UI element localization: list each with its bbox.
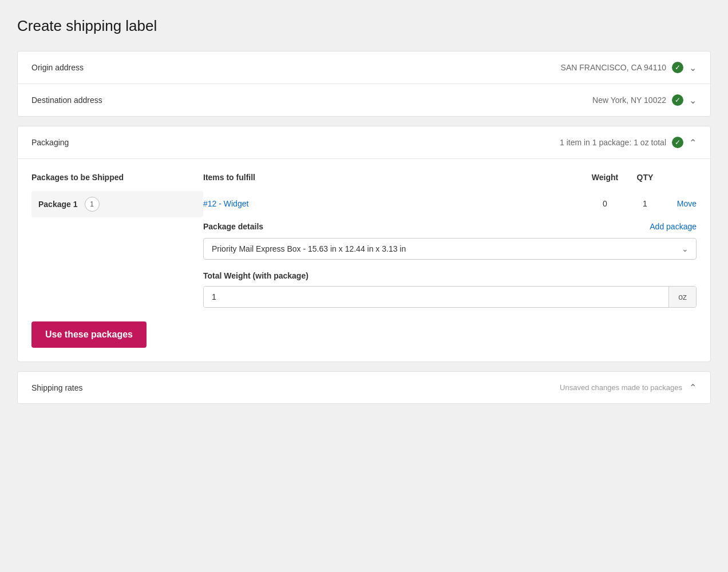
package-row: Package 1 1 [31, 191, 203, 217]
weight-input[interactable] [204, 287, 668, 307]
col-qty-header: QTY [628, 173, 662, 182]
origin-chevron-icon[interactable]: ⌄ [689, 62, 697, 73]
weight-input-wrapper: oz [203, 286, 697, 308]
package-select[interactable]: Priority Mail Express Box - 15.63 in x 1… [203, 238, 697, 260]
rates-right: Unsaved changes made to packages ⌃ [560, 382, 697, 393]
packaging-chevron-icon[interactable]: ⌃ [689, 137, 697, 148]
packaging-label: Packaging [31, 138, 69, 147]
destination-check-icon: ✓ [672, 94, 683, 106]
shipping-rates-card: Shipping rates Unsaved changes made to p… [17, 371, 711, 404]
packaging-header: Packaging 1 item in 1 package: 1 oz tota… [18, 126, 710, 159]
shipping-rates-label: Shipping rates [31, 383, 83, 392]
item-link[interactable]: #12 - Widget [203, 199, 582, 208]
package-select-wrapper: Priority Mail Express Box - 15.63 in x 1… [203, 238, 697, 260]
unsaved-text: Unsaved changes made to packages [560, 383, 682, 392]
packages-left: Packages to be Shipped Package 1 1 [31, 173, 203, 308]
packaging-summary: 1 item in 1 package: 1 oz total [560, 138, 666, 147]
weight-label: Total Weight (with package) [203, 271, 697, 280]
add-package-link[interactable]: Add package [650, 222, 697, 231]
address-card: Origin address SAN FRANCISCO, CA 94110 ✓… [17, 51, 711, 117]
origin-label: Origin address [31, 63, 84, 72]
origin-check-icon: ✓ [672, 62, 683, 73]
page-container: Create shipping label Origin address SAN… [0, 0, 728, 572]
packaging-check-icon: ✓ [672, 137, 683, 148]
weight-unit: oz [668, 287, 696, 307]
packaging-body: Packages to be Shipped Package 1 1 Items… [18, 159, 710, 362]
table-row: #12 - Widget 0 1 Move [203, 199, 697, 208]
destination-section: Destination address New York, NY 10022 ✓… [18, 84, 710, 116]
col-packages-header: Packages to be Shipped [31, 173, 203, 182]
destination-value: New York, NY 10022 [592, 96, 666, 105]
origin-right: SAN FRANCISCO, CA 94110 ✓ ⌄ [561, 62, 697, 73]
col-items-header: Items to fulfill [203, 173, 582, 182]
use-packages-button[interactable]: Use these packages [31, 321, 147, 348]
rates-chevron-icon[interactable]: ⌃ [689, 382, 697, 393]
destination-right: New York, NY 10022 ✓ ⌄ [592, 94, 697, 106]
package-details-section: Package details Add package Priority Mai… [203, 222, 697, 260]
item-qty: 1 [628, 199, 662, 208]
package-details-label: Package details [203, 222, 263, 231]
weight-section: Total Weight (with package) oz [203, 271, 697, 308]
origin-section: Origin address SAN FRANCISCO, CA 94110 ✓… [18, 51, 710, 84]
destination-chevron-icon[interactable]: ⌄ [689, 95, 697, 106]
package-name: Package 1 [38, 200, 78, 209]
packaging-header-right: 1 item in 1 package: 1 oz total ✓ ⌃ [560, 137, 697, 148]
packages-right: Items to fulfill Weight QTY #12 - Widget… [203, 173, 697, 308]
shipping-rates-header: Shipping rates Unsaved changes made to p… [18, 372, 710, 403]
packaging-card: Packaging 1 item in 1 package: 1 oz tota… [17, 126, 711, 362]
package-count-badge: 1 [85, 197, 100, 212]
package-details-header: Package details Add package [203, 222, 697, 231]
item-action: Move [662, 199, 697, 208]
move-link[interactable]: Move [677, 199, 697, 208]
packages-table: Packages to be Shipped Package 1 1 Items… [31, 173, 697, 308]
origin-value: SAN FRANCISCO, CA 94110 [561, 63, 666, 72]
destination-label: Destination address [31, 96, 102, 105]
item-weight: 0 [582, 199, 628, 208]
col-weight-header: Weight [582, 173, 628, 182]
items-table-header: Items to fulfill Weight QTY [203, 173, 697, 191]
page-title: Create shipping label [17, 17, 711, 35]
